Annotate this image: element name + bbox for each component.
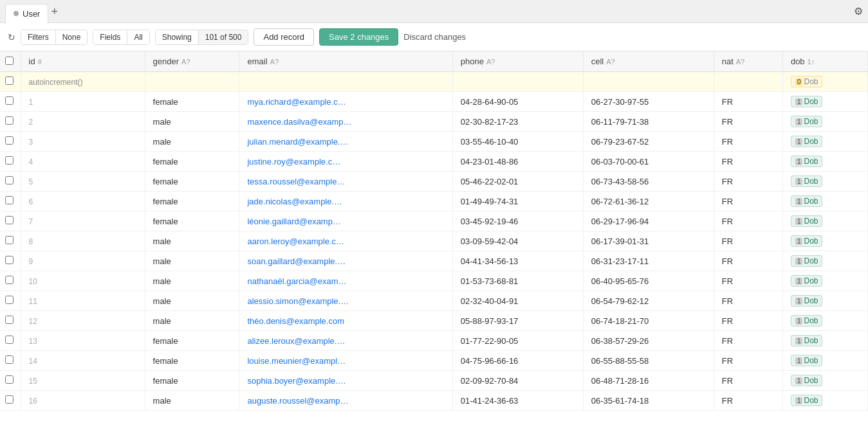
cell-cell[interactable]: 06-17-39-01-31 xyxy=(583,231,714,251)
cell-nat[interactable]: FR xyxy=(714,351,782,371)
gear-icon[interactable]: ⚙ xyxy=(854,5,863,17)
header-email[interactable]: email A? xyxy=(239,51,452,72)
cell-gender[interactable]: female xyxy=(145,172,239,192)
cell-cell[interactable]: 06-03-70-00-61 xyxy=(583,152,714,172)
cell-nat[interactable]: FR xyxy=(714,231,782,251)
cell-dob[interactable]: 1 Dob xyxy=(782,231,867,251)
cell-gender[interactable]: female xyxy=(145,192,239,211)
cell-phone[interactable]: 04-28-64-90-05 xyxy=(452,92,583,112)
cell-gender[interactable]: male xyxy=(145,291,239,311)
cell-nat[interactable]: FR xyxy=(714,331,782,351)
row-select[interactable] xyxy=(5,316,14,324)
cell-dob[interactable]: 1 Dob xyxy=(782,172,867,192)
new-row-cell[interactable] xyxy=(583,72,714,92)
header-cell[interactable]: cell A? xyxy=(583,51,714,72)
cell-id[interactable]: 10 xyxy=(21,271,145,291)
cell-cell[interactable]: 06-38-57-29-26 xyxy=(583,331,714,351)
select-all-checkbox[interactable] xyxy=(5,57,14,65)
cell-phone[interactable]: 05-46-22-02-01 xyxy=(452,172,583,192)
row-select[interactable] xyxy=(5,395,14,404)
cell-gender[interactable]: female xyxy=(145,331,239,351)
cell-dob[interactable]: 1 Dob xyxy=(782,351,867,371)
cell-id[interactable]: 7 xyxy=(21,211,145,231)
cell-email[interactable]: julian.menard@example.… xyxy=(239,132,452,152)
row-select[interactable] xyxy=(5,96,14,105)
cell-email[interactable]: sophia.boyer@example.… xyxy=(239,371,452,391)
cell-cell[interactable]: 06-35-61-74-18 xyxy=(583,391,714,411)
cell-cell[interactable]: 06-74-18-21-70 xyxy=(583,311,714,331)
cell-id[interactable]: 4 xyxy=(21,152,145,172)
cell-dob[interactable]: 1 Dob xyxy=(782,192,867,211)
refresh-button[interactable]: ↻ xyxy=(8,32,15,42)
save-changes-button[interactable]: Save 2 changes xyxy=(319,28,398,46)
cell-nat[interactable]: FR xyxy=(714,152,782,172)
discard-changes-button[interactable]: Discard changes xyxy=(403,32,466,42)
cell-phone[interactable]: 01-41-24-36-63 xyxy=(452,391,583,411)
cell-dob[interactable]: 1 Dob xyxy=(782,112,867,132)
fields-button[interactable]: Fields xyxy=(93,30,127,44)
cell-dob[interactable]: 1 Dob xyxy=(782,271,867,291)
cell-cell[interactable]: 06-29-17-96-94 xyxy=(583,211,714,231)
cell-phone[interactable]: 04-23-01-48-86 xyxy=(452,152,583,172)
cell-dob[interactable]: 1 Dob xyxy=(782,291,867,311)
cell-cell[interactable]: 06-31-23-17-11 xyxy=(583,251,714,271)
cell-gender[interactable]: male xyxy=(145,271,239,291)
cell-gender[interactable]: male xyxy=(145,132,239,152)
cell-nat[interactable]: FR xyxy=(714,371,782,391)
cell-phone[interactable]: 05-88-97-93-17 xyxy=(452,311,583,331)
cell-dob[interactable]: 1 Dob xyxy=(782,371,867,391)
user-tab[interactable]: User xyxy=(5,4,48,23)
cell-phone[interactable]: 03-09-59-42-04 xyxy=(452,231,583,251)
header-dob[interactable]: dob 1↑ xyxy=(782,51,867,72)
cell-gender[interactable]: female xyxy=(145,351,239,371)
cell-cell[interactable]: 06-40-95-65-76 xyxy=(583,271,714,291)
cell-id[interactable]: 1 xyxy=(21,92,145,112)
cell-nat[interactable]: FR xyxy=(714,92,782,112)
cell-phone[interactable]: 02-30-82-17-23 xyxy=(452,112,583,132)
cell-id[interactable]: 13 xyxy=(21,331,145,351)
cell-email[interactable]: théo.denis@example.com xyxy=(239,311,452,331)
cell-nat[interactable]: FR xyxy=(714,391,782,411)
row-select[interactable] xyxy=(5,156,14,165)
cell-cell[interactable]: 06-73-43-58-56 xyxy=(583,172,714,192)
cell-cell[interactable]: 06-54-79-62-12 xyxy=(583,291,714,311)
cell-phone[interactable]: 03-55-46-10-40 xyxy=(452,132,583,152)
cell-id[interactable]: 3 xyxy=(21,132,145,152)
cell-gender[interactable]: male xyxy=(145,251,239,271)
cell-dob[interactable]: 1 Dob xyxy=(782,251,867,271)
cell-id[interactable]: 16 xyxy=(21,391,145,411)
new-row-email[interactable] xyxy=(239,72,452,92)
row-select[interactable] xyxy=(5,256,14,264)
row-select[interactable] xyxy=(5,116,14,125)
new-row-gender[interactable] xyxy=(145,72,239,92)
cell-gender[interactable]: male xyxy=(145,391,239,411)
header-nat[interactable]: nat A? xyxy=(714,51,782,72)
cell-email[interactable]: alessio.simon@example.… xyxy=(239,291,452,311)
cell-dob[interactable]: 1 Dob xyxy=(782,132,867,152)
row-select[interactable] xyxy=(5,176,14,184)
add-record-button[interactable]: Add record xyxy=(254,28,314,46)
cell-id[interactable]: 11 xyxy=(21,291,145,311)
header-id[interactable]: id # xyxy=(21,51,145,72)
new-row-dob[interactable]: 0 Dob xyxy=(782,72,867,92)
cell-nat[interactable]: FR xyxy=(714,172,782,192)
cell-id[interactable]: 12 xyxy=(21,311,145,331)
cell-id[interactable]: 5 xyxy=(21,172,145,192)
cell-gender[interactable]: female xyxy=(145,92,239,112)
cell-id[interactable]: 14 xyxy=(21,351,145,371)
cell-cell[interactable]: 06-27-30-97-55 xyxy=(583,92,714,112)
cell-id[interactable]: 8 xyxy=(21,231,145,251)
cell-email[interactable]: léonie.gaillard@examp… xyxy=(239,211,452,231)
new-row-nat[interactable] xyxy=(714,72,782,92)
cell-nat[interactable]: FR xyxy=(714,311,782,331)
cell-cell[interactable]: 06-48-71-28-16 xyxy=(583,371,714,391)
fields-all-button[interactable]: All xyxy=(127,30,149,44)
header-phone[interactable]: phone A? xyxy=(452,51,583,72)
add-tab-button[interactable]: + xyxy=(51,5,58,19)
cell-gender[interactable]: female xyxy=(145,152,239,172)
cell-gender[interactable]: male xyxy=(145,112,239,132)
new-row-phone[interactable] xyxy=(452,72,583,92)
cell-email[interactable]: aaron.leroy@example.c… xyxy=(239,231,452,251)
cell-dob[interactable]: 1 Dob xyxy=(782,92,867,112)
cell-dob[interactable]: 1 Dob xyxy=(782,152,867,172)
